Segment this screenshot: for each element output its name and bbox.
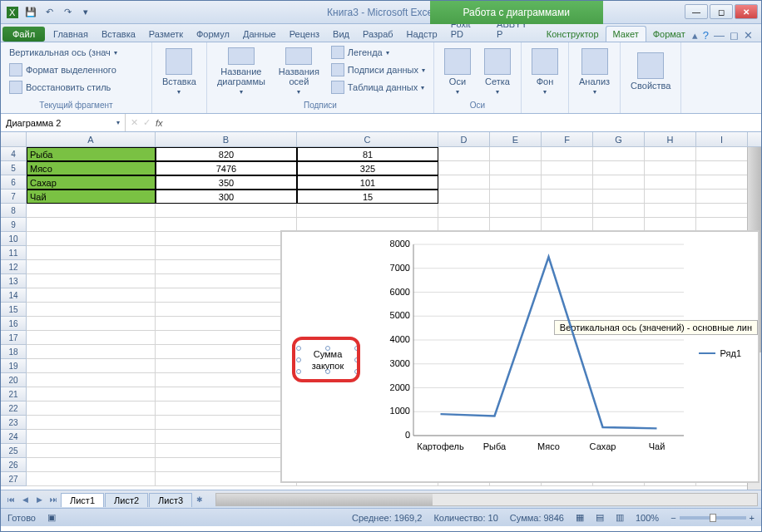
macro-record-icon[interactable]: ▣	[47, 512, 56, 523]
fx-icon[interactable]: fx	[156, 118, 163, 128]
column-header[interactable]: H	[645, 132, 696, 146]
sheet-tab-3[interactable]: Лист3	[149, 493, 192, 507]
cell[interactable]	[156, 246, 297, 260]
cell[interactable]	[27, 274, 156, 288]
gridlines-button[interactable]: Сетка▾	[479, 44, 516, 99]
cell[interactable]	[645, 204, 696, 218]
cell[interactable]	[156, 218, 297, 232]
tab-chart-format[interactable]: Формат	[646, 27, 692, 42]
doc-restore-icon[interactable]: ◻	[730, 29, 739, 42]
sheet-tab-2[interactable]: Лист2	[105, 493, 148, 507]
cell[interactable]	[593, 190, 645, 204]
row-header[interactable]: 13	[1, 274, 27, 288]
cell[interactable]	[27, 359, 156, 373]
cell[interactable]	[645, 161, 696, 175]
cell[interactable]: 325	[297, 161, 438, 175]
vertical-axis-title[interactable]: Сумма закупок	[299, 348, 357, 372]
column-header[interactable]: I	[696, 132, 748, 146]
new-sheet-button[interactable]: ✱	[193, 493, 206, 506]
embedded-chart[interactable]: Сумма закупок Вертикальная ось (значений…	[280, 230, 760, 483]
view-page-break-icon[interactable]: ▥	[616, 512, 624, 523]
row-header[interactable]: 9	[1, 218, 27, 232]
column-header[interactable]: A	[27, 132, 156, 146]
sheet-nav-last[interactable]: ⏭	[47, 493, 60, 506]
cell[interactable]: Мясо	[27, 161, 156, 175]
insert-button[interactable]: Вставка▾	[157, 44, 201, 99]
cell[interactable]	[542, 161, 593, 175]
chart-element-selector[interactable]: Вертикальная ось (знач ▾	[6, 44, 121, 61]
row-header[interactable]: 5	[1, 161, 27, 175]
chart-legend[interactable]: Ряд1	[699, 348, 741, 358]
view-page-layout-icon[interactable]: ▤	[596, 512, 604, 523]
cell[interactable]: 7476	[156, 161, 297, 175]
row-header[interactable]: 15	[1, 303, 27, 317]
row-header[interactable]: 27	[1, 472, 27, 486]
ribbon-minimize-icon[interactable]: ▴	[692, 29, 698, 42]
cell[interactable]	[27, 232, 156, 246]
row-header[interactable]: 12	[1, 260, 27, 274]
cell[interactable]	[156, 359, 297, 373]
name-box[interactable]: Диаграмма 2▾	[1, 114, 126, 131]
cell[interactable]	[27, 345, 156, 359]
formula-input[interactable]	[168, 114, 761, 131]
cell[interactable]	[438, 190, 490, 204]
cell[interactable]	[27, 331, 156, 345]
tab-review[interactable]: Реценз	[283, 27, 326, 42]
data-table-button[interactable]: Таблица данных ▾	[328, 79, 428, 96]
properties-button[interactable]: Свойства	[626, 44, 675, 99]
zoom-level[interactable]: 100%	[636, 513, 659, 523]
cell[interactable]	[27, 303, 156, 317]
doc-minimize-icon[interactable]: —	[714, 29, 725, 42]
cell[interactable]	[438, 147, 490, 161]
format-selection-button[interactable]: Формат выделенного	[6, 62, 120, 78]
tab-page-layout[interactable]: Разметк	[142, 27, 190, 42]
row-header[interactable]: 14	[1, 288, 27, 303]
row-header[interactable]: 23	[1, 416, 27, 430]
cell[interactable]: Рыба	[27, 147, 156, 161]
horizontal-scroll-thumb[interactable]	[216, 494, 433, 505]
row-header[interactable]: 26	[1, 458, 27, 472]
cell[interactable]	[593, 175, 645, 190]
cell[interactable]	[156, 345, 297, 359]
cell[interactable]: 81	[297, 147, 438, 161]
cell[interactable]	[438, 175, 490, 190]
cell[interactable]	[27, 288, 156, 303]
cell[interactable]	[542, 175, 593, 190]
cell[interactable]	[156, 232, 297, 246]
cell[interactable]	[490, 204, 542, 218]
cell[interactable]	[438, 161, 490, 175]
tab-formulas[interactable]: Формул	[190, 27, 236, 42]
row-header[interactable]: 11	[1, 246, 27, 260]
cell[interactable]	[645, 175, 696, 190]
column-header[interactable]: G	[593, 132, 645, 146]
cell[interactable]	[490, 190, 542, 204]
cell[interactable]: Чай	[27, 190, 156, 204]
cell[interactable]	[696, 147, 748, 161]
cell[interactable]	[438, 204, 490, 218]
select-all-corner[interactable]	[1, 132, 27, 146]
cell[interactable]	[156, 303, 297, 317]
cell[interactable]	[27, 416, 156, 430]
background-button[interactable]: Фон▾	[527, 44, 563, 99]
tab-view[interactable]: Вид	[326, 27, 356, 42]
cell[interactable]	[156, 331, 297, 345]
cell[interactable]	[27, 373, 156, 387]
chart-plot-area[interactable]: 010002000300040005000600070008000Картофе…	[380, 240, 688, 456]
save-icon[interactable]: 💾	[22, 4, 39, 21]
cancel-icon[interactable]: ✕	[131, 117, 138, 128]
sheet-nav-first[interactable]: ⏮	[4, 493, 17, 506]
axis-titles-button[interactable]: Названия осей▾	[274, 44, 324, 99]
tab-chart-design[interactable]: Конструктор	[540, 27, 606, 42]
cell[interactable]	[27, 430, 156, 444]
cell[interactable]	[27, 458, 156, 472]
cell[interactable]	[542, 190, 593, 204]
undo-icon[interactable]: ↶	[41, 4, 57, 21]
cell[interactable]	[27, 401, 156, 416]
cell[interactable]	[156, 458, 297, 472]
column-header[interactable]: E	[490, 132, 542, 146]
cell[interactable]	[490, 175, 542, 190]
cell[interactable]	[27, 317, 156, 331]
cell[interactable]	[27, 218, 156, 232]
cell[interactable]	[156, 204, 297, 218]
cell[interactable]	[542, 204, 593, 218]
